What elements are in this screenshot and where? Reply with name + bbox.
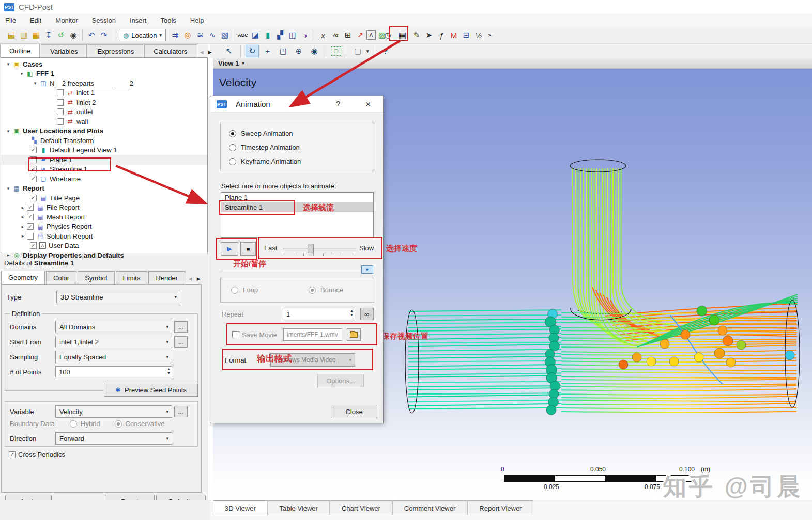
tree-row-wall[interactable]: ⇄ wall: [1, 117, 207, 127]
menu-help[interactable]: Help: [190, 17, 204, 24]
expression-icon[interactable]: x: [317, 28, 329, 42]
speed-slider-handle[interactable]: [308, 244, 314, 253]
checkbox-checked[interactable]: ✓: [30, 147, 37, 153]
stop-button[interactable]: ■: [240, 242, 256, 256]
volume-rendering-icon[interactable]: ▧: [219, 28, 231, 42]
sampling-dropdown[interactable]: Equally Spaced ▾: [55, 351, 172, 363]
loop-radio[interactable]: [231, 287, 238, 294]
tab-geometry[interactable]: Geometry: [1, 271, 45, 284]
tree-row-fff1[interactable]: ▾ ◧ FFF 1: [1, 69, 207, 79]
preview-seed-points-button[interactable]: ✱ Preview Seed Points: [104, 384, 198, 397]
tree-row-report[interactable]: ▾ ▤ Report: [1, 184, 207, 194]
calculator-icon[interactable]: √α: [329, 28, 342, 42]
points-input[interactable]: 100 ▲▼: [55, 366, 172, 377]
load-results-icon[interactable]: ▥: [18, 28, 30, 42]
timestep-animation-radio[interactable]: [229, 144, 236, 151]
play-button[interactable]: ▶: [221, 242, 238, 256]
checkbox[interactable]: [57, 99, 64, 106]
checkbox[interactable]: [27, 233, 34, 240]
tab-table-viewer[interactable]: Table Viewer: [268, 500, 330, 515]
checkbox-checked[interactable]: ✓: [27, 204, 34, 211]
close-button[interactable]: Close: [331, 405, 377, 418]
tree-row-mesh-region[interactable]: ▾ ◫ N__2 freeparts_____ ____2: [1, 78, 207, 88]
comment-icon[interactable]: A: [366, 30, 376, 40]
menu-session[interactable]: Session: [92, 17, 116, 24]
checkbox[interactable]: [57, 118, 64, 125]
view-tab-label[interactable]: View 1: [218, 59, 239, 67]
command-editor-icon[interactable]: >_: [485, 28, 497, 42]
tree-row-linlet2[interactable]: ⇄ linlet 2: [1, 98, 207, 107]
start-from-more-button[interactable]: ...: [174, 336, 188, 348]
pan-icon[interactable]: +: [261, 45, 274, 57]
checkbox-checked[interactable]: ✓: [30, 176, 37, 182]
domains-more-button[interactable]: ...: [174, 321, 188, 333]
menu-tools[interactable]: Tools: [160, 17, 176, 24]
tree-row-outlet[interactable]: ⇄ outlet: [1, 107, 207, 117]
tab-comment-viewer[interactable]: Comment Viewer: [392, 500, 467, 515]
checkbox-checked[interactable]: ✓: [30, 195, 37, 201]
fit-view-icon[interactable]: ▢: [331, 46, 341, 56]
chart-icon[interactable]: ↗: [354, 28, 366, 42]
menu-edit[interactable]: Edit: [30, 17, 41, 24]
legend-icon[interactable]: ▮: [262, 28, 274, 42]
probe-icon[interactable]: ➤: [423, 28, 435, 42]
tab-calculators[interactable]: Calculators: [144, 44, 196, 57]
collapsed-expander-icon[interactable]: ▸: [19, 205, 27, 210]
save-path-input[interactable]: iments/FFF 1.wmv: [283, 328, 342, 341]
menu-monitor[interactable]: Monitor: [55, 17, 78, 24]
tab-3d-viewer[interactable]: 3D Viewer: [213, 500, 268, 516]
tab-expressions[interactable]: Expressions: [88, 44, 143, 57]
collapsed-expander-icon[interactable]: ▸: [4, 253, 12, 258]
dialog-title-bar[interactable]: PST Animation: [210, 96, 383, 113]
zoom-box-icon[interactable]: ◰: [277, 45, 290, 57]
checkbox[interactable]: [57, 108, 64, 115]
tab-variables[interactable]: Variables: [41, 44, 87, 57]
expander-icon[interactable]: ▾: [4, 61, 12, 67]
timestep-icon[interactable]: ◷: [381, 28, 394, 42]
particle-track-icon[interactable]: ∿: [206, 28, 219, 42]
coord-frame-icon[interactable]: ◪: [249, 28, 262, 42]
snapshot-icon[interactable]: ◉: [67, 28, 80, 42]
repeat-forever-button[interactable]: ∞: [360, 308, 374, 320]
undo-icon[interactable]: ↶: [85, 28, 98, 42]
animation-icon[interactable]: ▦: [394, 28, 410, 42]
tab-outline[interactable]: Outline: [0, 44, 40, 57]
tab-scroll-right-icon[interactable]: ▶: [206, 47, 214, 57]
collapsed-expander-icon[interactable]: ▸: [19, 233, 27, 239]
conservative-radio[interactable]: [115, 420, 122, 428]
tree-row-user-locations[interactable]: ▾ ▣ User Locations and Plots: [1, 127, 207, 136]
type-dropdown[interactable]: 3D Streamline ▾: [56, 291, 180, 303]
collapsed-expander-icon[interactable]: ▸: [19, 214, 27, 219]
tree-row-user-data[interactable]: ✓ A User Data: [1, 241, 207, 251]
spin-up-icon[interactable]: ▲: [350, 309, 354, 313]
quick-editor-icon[interactable]: ✎: [410, 28, 423, 42]
viewer-help-icon[interactable]: ?: [379, 45, 392, 57]
tree-row-mesh-report[interactable]: ▸ ✓ ▤ Mesh Report: [1, 212, 207, 222]
options-button[interactable]: Options...: [317, 374, 364, 387]
expander-icon[interactable]: ▾: [4, 129, 12, 134]
render-mode-icon[interactable]: ▢: [351, 45, 364, 57]
tree-row-physics-report[interactable]: ▸ ✓ ▤ Physics Report: [1, 222, 207, 232]
keyframe-animation-radio[interactable]: [229, 158, 236, 165]
mesh-calculator-icon[interactable]: ⊟: [460, 28, 472, 42]
color-map-icon[interactable]: ◑: [299, 28, 311, 42]
checkbox[interactable]: [30, 156, 37, 163]
tab-limits[interactable]: Limits: [116, 271, 148, 284]
chevron-down-icon[interactable]: ▾: [242, 60, 244, 66]
checkbox-checked[interactable]: ✓: [30, 166, 37, 172]
tab-chart-viewer[interactable]: Chart Viewer: [330, 500, 392, 515]
streamline-icon[interactable]: ≋: [194, 28, 206, 42]
redo-icon[interactable]: ↷: [98, 28, 110, 42]
tab-report-viewer[interactable]: Report Viewer: [467, 500, 533, 515]
expander-icon[interactable]: ▾: [4, 186, 12, 191]
table-icon[interactable]: ⊞: [342, 28, 354, 42]
tree-row-file-report[interactable]: ▸ ✓ ▤ File Report: [1, 203, 207, 213]
list-item-streamline1[interactable]: Streamline 1: [221, 202, 373, 212]
contour-icon[interactable]: ◎: [181, 28, 194, 42]
menu-insert[interactable]: Insert: [130, 17, 147, 24]
save-movie-checkbox[interactable]: [232, 331, 239, 338]
expander-icon[interactable]: ▾: [18, 71, 26, 76]
objects-listbox[interactable]: Plane 1 Streamline 1: [221, 192, 374, 238]
sweep-animation-radio[interactable]: [229, 130, 236, 137]
expander-icon[interactable]: ▾: [31, 81, 39, 86]
